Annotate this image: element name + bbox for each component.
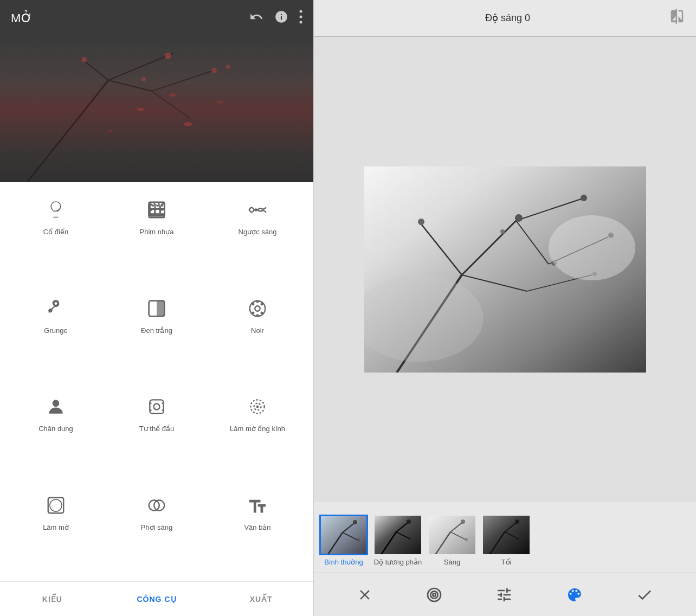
svg-point-29 (256, 300, 259, 303)
nguoc-sang-label: Ngược sáng (239, 228, 277, 237)
svg-rect-37 (48, 497, 64, 513)
right-bottom-bar (314, 573, 696, 616)
svg-line-4 (108, 53, 173, 80)
svg-line-6 (108, 80, 152, 91)
brightness-label: Độ sáng 0 (485, 12, 530, 24)
filter-sang[interactable]: Sáng (428, 515, 476, 566)
filter-binh-thuong[interactable]: Bình thường (319, 515, 368, 566)
svg-point-27 (252, 311, 255, 314)
sang-label: Sáng (444, 558, 460, 566)
phim-nhua-label: Phim nhựa (140, 228, 174, 237)
tool-nguoc-sang[interactable]: Ngược sáng (207, 193, 308, 286)
cancel-button[interactable] (357, 587, 373, 603)
tool-den-trang[interactable]: Đen trắng (106, 292, 207, 385)
tool-phoi-sang[interactable]: Phơi sáng (106, 489, 207, 582)
svg-point-75 (461, 519, 465, 524)
svg-point-70 (410, 538, 414, 541)
svg-point-24 (255, 306, 260, 311)
bw-icon (146, 298, 167, 322)
tab-kieu[interactable]: KIỂU (0, 595, 105, 604)
svg-point-33 (153, 403, 159, 409)
svg-point-0 (300, 10, 302, 13)
filter-toi[interactable]: Tối (482, 515, 531, 566)
filter-row: Bình thường (314, 502, 696, 573)
svg-rect-71 (429, 516, 476, 555)
svg-line-8 (152, 91, 190, 118)
svg-point-31 (53, 400, 60, 407)
svg-point-52 (581, 195, 587, 201)
svg-point-19 (161, 209, 163, 211)
svg-point-76 (465, 538, 468, 541)
svg-point-69 (407, 519, 411, 524)
lam-mo-ong-kinh-label: Làm mờ ống kính (230, 425, 285, 434)
tool-chan-dung[interactable]: Chân dung (5, 390, 106, 483)
blur-icon (247, 396, 268, 420)
guitar-icon (46, 298, 66, 322)
svg-point-57 (549, 215, 635, 280)
tool-grunge[interactable]: Grunge (5, 292, 106, 385)
svg-point-36 (256, 406, 259, 408)
svg-point-12 (141, 77, 146, 81)
svg-point-25 (252, 303, 255, 305)
svg-line-3 (27, 80, 108, 182)
svg-point-23 (250, 300, 266, 316)
svg-point-9 (165, 53, 171, 59)
mustache-icon (247, 200, 268, 223)
confirm-button[interactable] (636, 586, 653, 604)
filter-img-sang (428, 515, 476, 555)
double-circle-icon (146, 495, 167, 519)
svg-rect-77 (483, 516, 531, 555)
bw-photo (364, 166, 646, 373)
svg-point-64 (357, 538, 360, 542)
svg-point-16 (151, 209, 153, 211)
svg-point-10 (81, 57, 87, 62)
photo-preview-top (0, 37, 313, 182)
co-dien-label: Cổ điển (43, 228, 68, 237)
tool-tu-the-dau[interactable]: Tư thế đầu (106, 390, 207, 483)
svg-rect-59 (321, 516, 368, 555)
tool-lam-mo-ong-kinh[interactable]: Làm mờ ống kính (207, 390, 308, 483)
filter-img-do-tuong-phan (373, 515, 422, 555)
open-button[interactable]: MỞ (11, 11, 33, 25)
info-icon[interactable] (274, 10, 288, 27)
filter-do-tuong-phan[interactable]: Độ tương phản (373, 515, 422, 566)
adjustments-button[interactable] (495, 586, 513, 604)
portrait-icon (46, 396, 66, 420)
tool-phim-nhua[interactable]: Phim nhựa (106, 193, 207, 286)
film-icon (146, 200, 167, 223)
text-icon (247, 495, 268, 519)
lam-mo-label: Làm mờ (43, 523, 69, 532)
svg-point-50 (515, 214, 523, 222)
tool-co-dien[interactable]: Cổ điển (5, 193, 106, 286)
tools-grid: Cổ điển Phim nhựa (0, 182, 313, 581)
right-header: Độ sáng 0 (314, 0, 696, 37)
tool-lam-mo[interactable]: Làm mờ (5, 489, 106, 582)
tab-cong-cu[interactable]: CÔNG CỤ (105, 595, 209, 604)
svg-point-13 (225, 65, 230, 69)
svg-point-83 (428, 588, 441, 601)
tool-noir[interactable]: Noir (207, 292, 308, 385)
svg-rect-65 (375, 516, 422, 555)
compare-icon[interactable] (669, 8, 685, 28)
svg-point-28 (261, 311, 263, 314)
right-panel: Độ sáng 0 (313, 0, 696, 616)
svg-point-17 (151, 214, 153, 216)
svg-point-2 (300, 21, 302, 24)
tu-the-dau-label: Tư thế đầu (139, 425, 174, 434)
header-icons (249, 10, 302, 27)
tab-xuat[interactable]: XUẤT (209, 595, 313, 604)
noir-label: Noir (251, 326, 264, 336)
tool-van-ban[interactable]: Văn bản (207, 489, 308, 582)
palette-button[interactable] (566, 586, 583, 604)
svg-point-51 (418, 219, 424, 225)
more-icon[interactable] (299, 10, 302, 27)
svg-point-85 (433, 593, 435, 596)
image-area (314, 37, 696, 502)
filter-button[interactable] (426, 586, 443, 604)
selfie-icon (146, 396, 167, 420)
undo-icon[interactable] (249, 10, 263, 27)
svg-rect-38 (50, 499, 62, 511)
svg-line-7 (152, 69, 217, 91)
binh-thuong-label: Bình thường (324, 558, 363, 566)
svg-point-30 (256, 314, 259, 317)
